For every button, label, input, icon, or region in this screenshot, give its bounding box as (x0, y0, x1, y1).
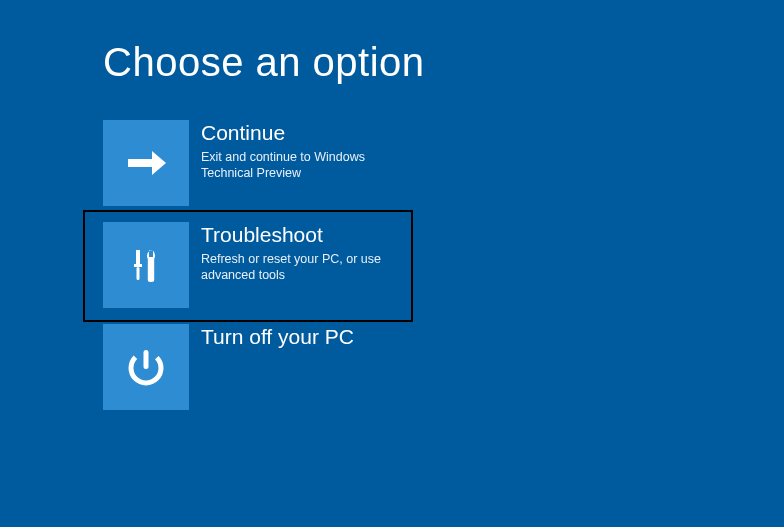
option-turnoff-text: Turn off your PC (189, 324, 354, 353)
option-troubleshoot-desc: Refresh or reset your PC, or use advance… (201, 251, 401, 284)
svg-rect-1 (134, 264, 142, 267)
option-continue-desc: Exit and continue to Windows Technical P… (201, 149, 401, 182)
page-title: Choose an option (103, 40, 784, 85)
option-continue[interactable]: Continue Exit and continue to Windows Te… (103, 120, 433, 206)
option-turnoff-title: Turn off your PC (201, 324, 354, 349)
option-continue-title: Continue (201, 120, 401, 145)
option-troubleshoot[interactable]: Troubleshoot Refresh or reset your PC, o… (103, 222, 433, 308)
option-list: Continue Exit and continue to Windows Te… (103, 120, 784, 410)
option-turnoff[interactable]: Turn off your PC (103, 324, 433, 410)
option-continue-text: Continue Exit and continue to Windows Te… (189, 120, 401, 182)
svg-rect-4 (144, 350, 149, 369)
svg-rect-2 (137, 267, 140, 280)
option-troubleshoot-text: Troubleshoot Refresh or reset your PC, o… (189, 222, 401, 284)
option-troubleshoot-title: Troubleshoot (201, 222, 401, 247)
arrow-right-icon (103, 120, 189, 206)
power-icon (103, 324, 189, 410)
svg-rect-0 (136, 250, 140, 264)
tools-icon (103, 222, 189, 308)
